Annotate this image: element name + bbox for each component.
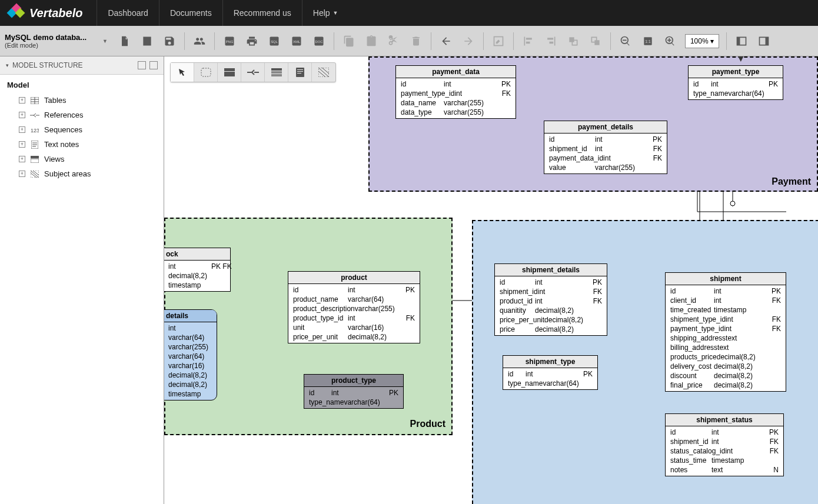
table-column: product_type_idintFK: [288, 313, 420, 323]
bring-front-button[interactable]: [565, 33, 581, 49]
expand-icon[interactable]: +: [19, 97, 25, 104]
table-payment-details[interactable]: payment_details idintPKshipment_idintFKp…: [544, 121, 667, 174]
svg-rect-52: [271, 74, 282, 76]
cut-button[interactable]: [385, 33, 402, 49]
table-column: price_per_unitdecimal(8,2): [288, 332, 420, 342]
chevron-down-icon[interactable]: ▾: [6, 62, 9, 68]
table-stock[interactable]: ock intPK FKdecimal(8,2)timestamp: [164, 248, 231, 292]
send-back-button[interactable]: [587, 33, 604, 49]
sequence-icon: 123: [30, 126, 39, 134]
table-column: billing_addresstext: [666, 343, 786, 352]
new-doc-button[interactable]: [117, 33, 133, 49]
sidebar-box-icon[interactable]: [138, 61, 146, 69]
expand-icon[interactable]: +: [19, 141, 25, 148]
chevron-down-icon[interactable]: ▼: [102, 38, 108, 44]
share-button[interactable]: [191, 33, 208, 49]
marquee-tool[interactable]: [194, 63, 218, 82]
select-tool[interactable]: [171, 63, 194, 82]
align-left-button[interactable]: [520, 33, 537, 49]
chevron-down-icon: ▼: [333, 10, 338, 16]
panel-left-button[interactable]: [733, 33, 750, 49]
diagram-canvas[interactable]: Payment Product payment_data idintPKpaym…: [164, 56, 818, 504]
tree-textnotes[interactable]: +Text notes: [7, 137, 157, 152]
table-column: idintPK: [689, 79, 783, 89]
note-icon: [30, 141, 39, 149]
svg-rect-48: [224, 68, 235, 71]
expand-icon[interactable]: +: [19, 171, 25, 177]
delete-button[interactable]: [408, 33, 424, 49]
export-png-button[interactable]: PNG: [221, 33, 238, 49]
tree-references[interactable]: +References: [7, 108, 157, 122]
sidebar-heading: ▾ MODEL STRUCTURE: [0, 56, 164, 75]
canvas-palette: [170, 62, 336, 82]
table-shipment-details[interactable]: shipment_details idintPKshipment_idintFK…: [494, 263, 607, 336]
sidebar-box-icon[interactable]: [149, 61, 158, 69]
table-column: shipment_type_idintFK: [666, 315, 786, 324]
doc-title[interactable]: MySQL demo databa...: [5, 33, 99, 42]
reference-tool[interactable]: [241, 63, 265, 82]
zoom-in-button[interactable]: [662, 33, 679, 49]
doc-mode: (Edit mode): [5, 42, 99, 49]
svg-line-35: [31, 173, 36, 178]
edit-button[interactable]: [490, 33, 507, 49]
zoom-select[interactable]: 100% ▾: [685, 34, 719, 48]
table-column: product_descriptionvarchar(255): [288, 304, 420, 313]
table-payment-data[interactable]: payment_data idintPKpayment_type_idintFK…: [395, 65, 516, 119]
align-right-button[interactable]: [543, 33, 559, 49]
table-column: idintPK: [544, 135, 667, 144]
tree-sequences[interactable]: +123Sequences: [7, 122, 157, 137]
expand-icon[interactable]: +: [19, 126, 25, 133]
table-product-type[interactable]: product_type idintPKtype_namevarchar(64): [304, 374, 404, 409]
table-column: varchar(255): [164, 342, 217, 352]
tree-root[interactable]: Model: [7, 81, 157, 89]
svg-rect-54: [297, 69, 303, 70]
table-column: payment_type_idintFK: [396, 89, 516, 98]
table-column: valuevarchar(255): [544, 163, 667, 172]
save-button[interactable]: [161, 33, 178, 49]
copy-button[interactable]: [341, 33, 357, 49]
export-sql-button[interactable]: SQL: [266, 33, 282, 49]
export-doc-button[interactable]: DOC: [311, 33, 327, 49]
table-shipment[interactable]: shipment idintPKclient_idintFKtime_creat…: [665, 272, 786, 392]
undo-button[interactable]: [438, 33, 454, 49]
svg-rect-50: [271, 68, 282, 71]
table-column: varchar(64): [164, 333, 217, 342]
note-tool[interactable]: [288, 63, 312, 82]
table-details-partial[interactable]: details intvarchar(64)varchar(255)varcha…: [164, 309, 217, 400]
nav-recommend[interactable]: Recommend us: [222, 0, 302, 26]
table-column: timestamp: [164, 389, 217, 399]
ddl-button[interactable]: [139, 33, 155, 49]
nav-documents[interactable]: Documents: [159, 0, 222, 26]
print-button[interactable]: [244, 33, 260, 49]
table-shipment-status[interactable]: shipment_status idintPKshipment_idintFKs…: [665, 413, 784, 476]
table-column: varchar(16): [164, 361, 217, 371]
expand-icon[interactable]: +: [19, 156, 25, 162]
paste-button[interactable]: [363, 33, 380, 49]
export-xml-button[interactable]: XML: [288, 33, 305, 49]
redo-button[interactable]: [460, 33, 477, 49]
brand-logo[interactable]: Vertabelo: [0, 5, 97, 21]
table-shipment-type[interactable]: shipment_type idintPKtype_namevarchar(64…: [503, 355, 598, 390]
table-payment-type[interactable]: payment_type idintPKtype_namevarchar(64): [688, 65, 783, 100]
svg-rect-53: [296, 68, 304, 77]
expand-icon[interactable]: +: [19, 112, 25, 118]
zoom-fit-button[interactable]: 1:1: [640, 33, 656, 49]
svg-text:123: 123: [31, 128, 39, 133]
view-tool[interactable]: [265, 63, 288, 82]
table-column: unitvarchar(16): [288, 323, 420, 332]
table-column: int: [164, 323, 217, 333]
area-tool[interactable]: [312, 63, 335, 82]
panel-right-button[interactable]: [756, 33, 772, 49]
table-column: shipment_idintFK: [544, 144, 667, 153]
table-product[interactable]: product idintPKproduct_namevarchar(64)pr…: [288, 271, 420, 343]
tree-tables[interactable]: +Tables: [7, 93, 157, 108]
logo-icon: [8, 5, 25, 21]
tree-subjectareas[interactable]: +Subject areas: [7, 166, 157, 181]
table-column: varchar(64): [164, 352, 217, 361]
table-tool[interactable]: [218, 63, 241, 82]
nav-dashboard[interactable]: Dashboard: [97, 0, 159, 26]
nav-help[interactable]: Help▼: [302, 0, 349, 26]
zoom-out-button[interactable]: [617, 33, 634, 49]
table-column: shipment_idintFK: [495, 287, 607, 296]
tree-views[interactable]: +Views: [7, 152, 157, 166]
